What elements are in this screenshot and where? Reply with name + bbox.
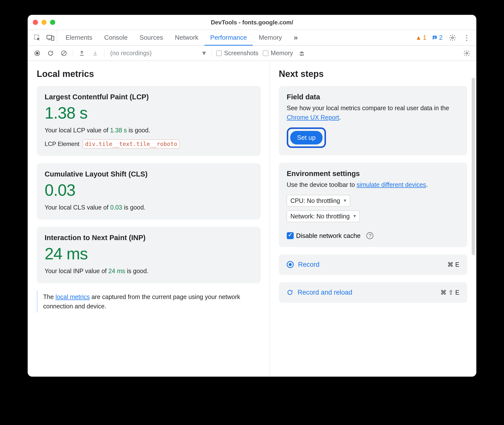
window-title: DevTools - fonts.google.com/ <box>28 19 476 26</box>
tab-elements[interactable]: Elements <box>60 30 98 46</box>
screenshots-checkbox[interactable]: Screenshots <box>216 50 258 57</box>
inp-card: Interaction to Next Paint (INP) 24 ms Yo… <box>37 227 261 283</box>
record-shortcut: ⌘ E <box>447 261 459 268</box>
lcp-element-label: LCP Element <box>45 141 79 147</box>
window-controls <box>33 20 55 25</box>
warnings-count: 1 <box>423 34 426 41</box>
recordings-dropdown-icon[interactable]: ▼ <box>201 50 207 57</box>
memory-label: Memory <box>271 50 293 57</box>
field-data-title: Field data <box>287 93 459 101</box>
record-action[interactable]: Record ⌘ E <box>279 254 467 275</box>
local-metrics-link[interactable]: local metrics <box>55 293 90 300</box>
setup-button[interactable]: Set up <box>290 131 323 144</box>
record-label: Record <box>298 261 320 268</box>
performance-toolbar: (no recordings) ▼ Screenshots Memory <box>28 46 476 61</box>
cls-card: Cumulative Layout Shift (CLS) 0.03 Your … <box>37 163 261 220</box>
info-badge[interactable]: 2 <box>432 34 443 41</box>
tab-performance[interactable]: Performance <box>204 30 253 46</box>
local-metrics-column: Local metrics Largest Contentful Paint (… <box>28 61 270 376</box>
cpu-throttling-select[interactable]: CPU: No throttling <box>287 195 350 207</box>
svg-line-9 <box>62 52 66 55</box>
content-area: Local metrics Largest Contentful Paint (… <box>28 61 476 376</box>
disable-cache-checkbox[interactable]: Disable network cache ? <box>287 232 459 240</box>
next-steps-column: Next steps Field data See how your local… <box>270 61 476 376</box>
lcp-element-row: LCP Element div.tile__text.tile__roboto <box>45 140 253 148</box>
inp-description: Your local INP value of 24 ms is good. <box>45 266 253 276</box>
env-title: Environment settings <box>287 170 459 178</box>
download-icon[interactable] <box>91 49 100 58</box>
disable-cache-label: Disable network cache <box>296 232 361 240</box>
settings-gear-icon[interactable] <box>448 33 457 42</box>
env-description: Use the device toolbar to simulate diffe… <box>287 180 459 190</box>
help-icon[interactable]: ? <box>366 232 373 239</box>
tab-network[interactable]: Network <box>169 30 204 46</box>
warnings-badge[interactable]: ▲1 <box>415 34 426 41</box>
lcp-title: Largest Contentful Paint (LCP) <box>45 93 253 101</box>
svg-rect-3 <box>433 37 436 37</box>
local-metrics-note: The local metrics are captured from the … <box>37 291 261 313</box>
clear-icon[interactable] <box>59 49 68 58</box>
inp-title: Interaction to Next Paint (INP) <box>45 234 253 242</box>
main-toolbar: Elements Console Sources Network Perform… <box>28 30 476 46</box>
svg-point-5 <box>451 37 453 39</box>
lcp-card: Largest Contentful Paint (LCP) 1.38 s Yo… <box>37 86 261 156</box>
warning-icon: ▲ <box>415 34 421 41</box>
zoom-window-button[interactable] <box>50 20 55 25</box>
environment-settings-card: Environment settings Use the device tool… <box>279 163 467 247</box>
tab-sources[interactable]: Sources <box>134 30 169 46</box>
garbage-collect-icon[interactable] <box>297 49 306 58</box>
scrollbar[interactable] <box>472 78 475 255</box>
devtools-window: DevTools - fonts.google.com/ Elements Co… <box>28 15 476 377</box>
more-options-icon[interactable]: ⋮ <box>462 33 471 42</box>
memory-checkbox[interactable]: Memory <box>263 50 293 57</box>
setup-button-highlight: Set up <box>287 127 326 148</box>
close-window-button[interactable] <box>33 20 38 25</box>
device-toolbar-icon[interactable] <box>46 33 55 42</box>
cls-value: 0.03 <box>45 181 253 199</box>
svg-point-10 <box>466 52 468 54</box>
info-count: 2 <box>439 34 443 41</box>
more-tabs-icon[interactable]: » <box>288 30 304 46</box>
lcp-description: Your local LCP value of 1.38 s is good. <box>45 126 253 135</box>
inspect-element-icon[interactable] <box>33 33 42 42</box>
chat-icon <box>432 35 438 41</box>
screenshots-label: Screenshots <box>224 50 258 57</box>
network-throttling-select[interactable]: Network: No throttling <box>287 211 360 222</box>
field-data-card: Field data See how your local metrics co… <box>279 86 467 155</box>
cls-description: Your local CLS value of 0.03 is good. <box>45 203 253 212</box>
panel-tabs: Elements Console Sources Network Perform… <box>57 30 415 45</box>
reload-arrow-icon <box>287 289 293 296</box>
cls-title: Cumulative Layout Shift (CLS) <box>45 170 253 178</box>
field-data-description: See how your local metrics compare to re… <box>287 104 459 122</box>
record-reload-label: Record and reload <box>298 289 352 296</box>
reload-icon[interactable] <box>46 49 55 58</box>
simulate-devices-link[interactable]: simulate different devices <box>357 181 426 188</box>
tab-memory[interactable]: Memory <box>253 30 288 46</box>
svg-rect-4 <box>433 38 435 38</box>
local-metrics-heading: Local metrics <box>37 69 261 79</box>
minimize-window-button[interactable] <box>41 20 47 25</box>
next-steps-heading: Next steps <box>279 69 467 79</box>
tab-console[interactable]: Console <box>98 30 133 46</box>
no-recordings-label: (no recordings) <box>110 50 152 57</box>
svg-point-7 <box>36 52 39 54</box>
svg-rect-1 <box>47 35 52 39</box>
lcp-value: 1.38 s <box>45 104 253 122</box>
record-icon[interactable] <box>33 49 42 58</box>
inp-value: 24 ms <box>45 244 253 263</box>
record-reload-shortcut: ⌘ ⇧ E <box>440 289 459 296</box>
panel-settings-gear-icon[interactable] <box>462 49 471 58</box>
record-circle-icon <box>287 261 294 268</box>
lcp-element-value[interactable]: div.tile__text.tile__roboto <box>83 140 180 148</box>
crux-report-link[interactable]: Chrome UX Report <box>287 114 339 121</box>
record-reload-action[interactable]: Record and reload ⌘ ⇧ E <box>279 282 467 303</box>
titlebar: DevTools - fonts.google.com/ <box>28 15 476 30</box>
upload-icon[interactable] <box>77 49 86 58</box>
